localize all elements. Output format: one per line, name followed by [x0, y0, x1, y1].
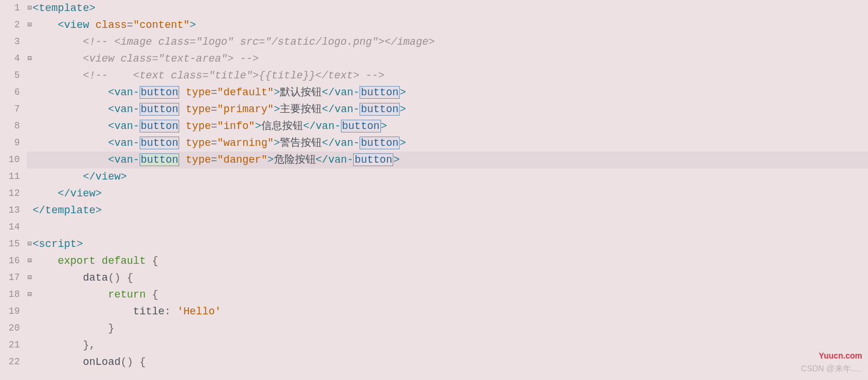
val-content: "content"	[133, 19, 190, 31]
line-number: 14	[0, 219, 23, 236]
code-line[interactable]: }	[27, 320, 868, 337]
tag-van: van-	[114, 87, 139, 98]
line-number: 16	[0, 253, 23, 270]
code-line[interactable]: <van-button type="info">信息按钮</van-button…	[27, 118, 868, 135]
fold-marker-icon[interactable]: ⊟	[27, 0, 33, 17]
watermark-yuucn: Yuucn.com	[819, 351, 862, 360]
tag-view: view	[64, 19, 89, 31]
match-button-cursor: button	[140, 153, 180, 166]
fold-marker-icon[interactable]: ⊟	[27, 51, 33, 67]
code-line[interactable]: <van-button type="warning">警告按钮</van-but…	[27, 135, 868, 152]
match-button: button	[360, 103, 400, 116]
match-button: button	[360, 86, 400, 99]
code-line[interactable]: ⊟<script>	[27, 236, 868, 253]
code-line[interactable]: ⊟<template>	[27, 0, 868, 17]
line-number: 12	[0, 185, 23, 202]
code-editor[interactable]: 1 2 3 4 5 6 7 8 9 10 11 12 13 14 15 16 1…	[0, 0, 868, 380]
line-number: 4	[0, 51, 23, 67]
code-line[interactable]: ⊟ <view class="text-area"> -->	[27, 51, 868, 67]
fn-data: data	[83, 272, 108, 284]
match-button: button	[360, 137, 400, 149]
match-button: button	[140, 86, 180, 99]
match-button: button	[140, 120, 180, 132]
fn-onload: onLoad	[83, 356, 120, 368]
val-warning: "warning"	[217, 137, 273, 149]
watermark-csdn: CSDN @来年.....	[801, 364, 862, 374]
val-primary: "primary"	[217, 103, 273, 115]
punct-gt: >	[89, 2, 95, 14]
val-danger: "danger"	[217, 154, 267, 166]
comment-text: <view class="text-area"> -->	[83, 53, 258, 64]
code-line[interactable]: <van-button type="primary">主要按钮</van-but…	[27, 101, 868, 118]
line-number: 11	[0, 169, 23, 185]
line-number: 2	[0, 17, 23, 34]
line-number: 17	[0, 270, 23, 286]
text-info: 信息按钮	[261, 120, 303, 132]
text-primary: 主要按钮	[280, 103, 322, 115]
line-number: 8	[0, 118, 23, 135]
code-line[interactable]: <!-- <image class="logo" src="/static/lo…	[27, 34, 868, 51]
punct-lt: <	[33, 2, 39, 14]
line-number: 1	[0, 0, 23, 17]
val-hello: 'Hello'	[177, 306, 221, 317]
fold-marker-icon[interactable]: ⊟	[27, 17, 33, 34]
code-line[interactable]	[27, 219, 868, 236]
punct-lt: <	[108, 87, 115, 98]
val-info: "info"	[217, 120, 255, 132]
code-line[interactable]: <!-- <text class="title">{{title}}</text…	[27, 67, 868, 84]
attr-type: type	[186, 87, 211, 98]
line-number: 21	[0, 337, 23, 354]
fold-marker-icon[interactable]: ⊟	[27, 253, 33, 270]
code-line[interactable]: </template>	[27, 202, 868, 219]
fold-marker-icon[interactable]: ⊟	[27, 286, 33, 303]
punct-eq: =	[127, 19, 133, 31]
code-line[interactable]: </view>	[27, 185, 868, 202]
code-line[interactable]: ⊟ data() {	[27, 270, 868, 286]
line-number: 3	[0, 34, 23, 51]
line-number-gutter: 1 2 3 4 5 6 7 8 9 10 11 12 13 14 15 16 1…	[0, 0, 26, 380]
code-line[interactable]: <van-button type="default">默认按钮</van-but…	[27, 84, 868, 101]
line-number: 19	[0, 303, 23, 320]
line-number: 22	[0, 354, 23, 371]
kw-return: return	[108, 289, 146, 300]
kw-default: default	[102, 255, 146, 267]
line-number: 10	[0, 152, 23, 169]
line-number: 7	[0, 101, 23, 118]
line-number: 6	[0, 84, 23, 101]
line-number: 20	[0, 320, 23, 337]
tag-script: script	[39, 238, 77, 250]
code-line[interactable]: onLoad() {	[27, 354, 868, 371]
match-button: button	[140, 137, 180, 149]
line-number: 9	[0, 135, 23, 152]
match-button: button	[353, 153, 393, 166]
match-button: button	[341, 120, 381, 132]
match-button: button	[140, 103, 180, 116]
attr-class: class	[95, 19, 127, 31]
code-line[interactable]: </view>	[27, 169, 868, 185]
fold-marker-icon[interactable]: ⊟	[27, 236, 33, 253]
code-line[interactable]: ⊟ return {	[27, 286, 868, 303]
text-default: 默认按钮	[280, 87, 322, 98]
comment-text: <!-- <image class="logo" src="/static/lo…	[83, 36, 435, 48]
punct-gt: >	[190, 19, 196, 31]
text-warning: 警告按钮	[280, 137, 322, 149]
code-line[interactable]: ⊟ <view class="content">	[27, 17, 868, 34]
fold-marker-icon[interactable]: ⊟	[27, 270, 33, 286]
tag-template: template	[39, 2, 89, 14]
line-number: 5	[0, 67, 23, 84]
line-number: 15	[0, 236, 23, 253]
code-line-current[interactable]: <van-button type="danger">危险按钮</van-butt…	[27, 152, 868, 169]
text-danger: 危险按钮	[274, 154, 316, 166]
kw-export: export	[58, 255, 95, 267]
prop-title: title	[133, 306, 165, 317]
code-line[interactable]: title: 'Hello'	[27, 303, 868, 320]
code-area[interactable]: ⊟<template> ⊟ <view class="content"> <!-…	[26, 0, 868, 380]
line-number: 13	[0, 202, 23, 219]
punct-lt: <	[58, 19, 64, 31]
line-number: 18	[0, 286, 23, 303]
code-line[interactable]: ⊟ export default {	[27, 253, 868, 270]
code-line[interactable]: },	[27, 337, 868, 354]
comment-text: <!-- <text class="title">{{title}}</text…	[83, 70, 384, 81]
val-default: "default"	[217, 87, 273, 98]
